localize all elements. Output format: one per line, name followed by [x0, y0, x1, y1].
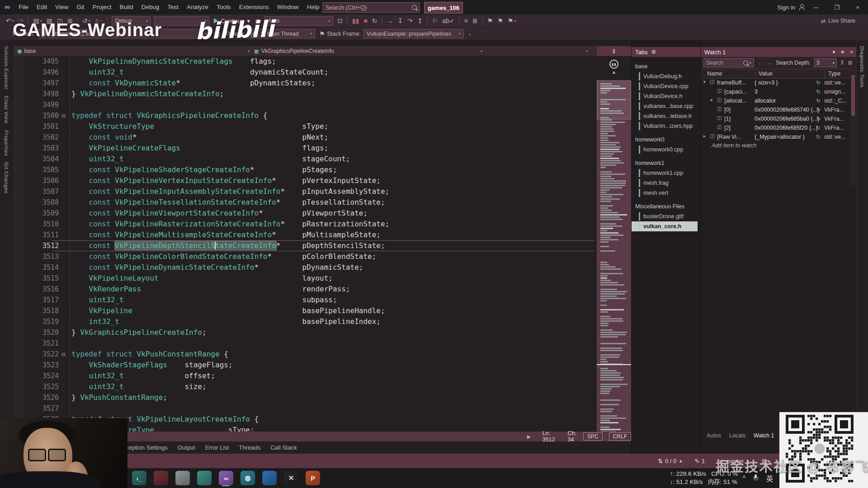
- code-line[interactable]: 3519 int32_t basePipelineIndex;: [14, 316, 597, 327]
- line-number[interactable]: 3508: [14, 197, 59, 208]
- open-file-item[interactable]: mesh.frag: [632, 178, 701, 188]
- open-file-item[interactable]: homework1.cpp: [632, 168, 701, 178]
- tab-watch1[interactable]: Watch 1: [750, 431, 778, 440]
- menu-debug[interactable]: Debug: [137, 0, 164, 14]
- watch-row[interactable]: ▸◫[allocat...allocator↻std::_C...: [701, 96, 850, 105]
- menu-build[interactable]: Build: [115, 0, 137, 14]
- code-line[interactable]: 3516 VkRenderPass renderPass;: [14, 284, 597, 295]
- refresh-icon[interactable]: ↻: [816, 123, 821, 132]
- gear-icon[interactable]: ⚙: [651, 49, 656, 55]
- watch-row[interactable]: ◫[capaci...3↻unsign...: [701, 87, 850, 96]
- search-prev-icon[interactable]: ←: [758, 60, 763, 66]
- sidebar-tab-git-changes[interactable]: Git Changes: [4, 162, 9, 193]
- code-line[interactable]: 3505 const VkPipelineShaderStageCreateIn…: [14, 164, 597, 175]
- tab-call-stack[interactable]: Call Stack: [265, 444, 302, 451]
- tab-locals[interactable]: Locals: [725, 431, 750, 440]
- code-line[interactable]: 3524 uint32_t offset;: [14, 371, 597, 381]
- watch-row[interactable]: ◫[2]0x00000206fe685f20 {...}↻VkFra...: [701, 123, 850, 132]
- step-over-icon[interactable]: ↷: [405, 16, 415, 26]
- column-type[interactable]: Type: [824, 69, 850, 78]
- menu-test[interactable]: Test: [163, 0, 183, 14]
- dark-app-icon[interactable]: ✕: [284, 471, 298, 485]
- code-line[interactable]: 3527: [14, 403, 597, 414]
- line-number[interactable]: 3500: [14, 110, 59, 121]
- minimap[interactable]: [597, 80, 631, 442]
- line-number[interactable]: 3527: [14, 403, 59, 414]
- pause-icon[interactable]: ▮▮: [350, 16, 361, 26]
- restore-button[interactable]: ❐: [826, 0, 847, 14]
- sidebar-tab-properties[interactable]: Properties: [4, 130, 9, 156]
- tab-autos[interactable]: Autos: [703, 431, 725, 440]
- code-text-area[interactable]: 3495 VkPipelineDynamicStateCreateFlags f…: [14, 56, 597, 432]
- bookmark-icon[interactable]: ⚑: [485, 16, 495, 26]
- menu-extensions[interactable]: Extensions: [235, 0, 273, 14]
- line-number[interactable]: 3520: [14, 327, 59, 338]
- code-line[interactable]: 3508 const VkPipelineTessellationStateCr…: [14, 197, 597, 208]
- line-number[interactable]: 3501: [14, 121, 59, 132]
- watch-row[interactable]: ▾◫frameBuff...{ size=3 }↻std::ve...: [701, 78, 850, 87]
- refresh-icon[interactable]: ↻: [816, 87, 821, 96]
- line-ending-button[interactable]: CRLF: [609, 432, 631, 441]
- bookmark-prev-icon[interactable]: ⚑: [495, 16, 505, 26]
- line-number[interactable]: 3504: [14, 154, 59, 164]
- code-line[interactable]: 3504 uint32_t stageCount;: [14, 154, 597, 164]
- files-app-icon[interactable]: [175, 471, 190, 485]
- watch-panel-header[interactable]: Watch 1 ▾ ✛ ×: [701, 47, 857, 57]
- search-next-icon[interactable]: →: [767, 60, 772, 66]
- refresh-icon[interactable]: ↻: [816, 105, 821, 114]
- attach-target-dropdown[interactable]: Auto▾: [264, 16, 333, 26]
- code-line[interactable]: 3512 const VkPipelineDepthStencilStateCr…: [14, 240, 597, 251]
- quick-search-input[interactable]: Search (Ctrl+Q): [322, 2, 420, 13]
- code-line[interactable]: 3526} VkPushConstantRange;: [14, 392, 597, 403]
- vscode-app-icon[interactable]: [262, 471, 277, 485]
- tray-expand-icon[interactable]: ^: [742, 474, 745, 482]
- chevron-down-icon[interactable]: ▾: [248, 49, 250, 53]
- line-number[interactable]: 3503: [14, 143, 59, 154]
- code-line[interactable]: 3510 const VkPipelineRasterizationStateC…: [14, 219, 597, 230]
- code-line[interactable]: 3507 const VkPipelineInputAssemblyStateC…: [14, 186, 597, 197]
- menu-file[interactable]: File: [14, 0, 33, 14]
- menu-project[interactable]: Project: [88, 0, 115, 14]
- code-line[interactable]: 3500⊟typedef struct VkGraphicsPipelineCr…: [14, 110, 597, 121]
- watch-pin-icon[interactable]: ⊼: [840, 60, 844, 66]
- code-line[interactable]: 3503 VkPipelineCreateFlags flags;: [14, 143, 597, 154]
- open-file-item[interactable]: vulkanex...lebase.h: [632, 111, 701, 121]
- line-number[interactable]: 3519: [14, 316, 59, 327]
- menu-edit[interactable]: Edit: [33, 0, 51, 14]
- preview-icon[interactable]: ⊡: [335, 16, 345, 26]
- line-number[interactable]: 3522: [14, 349, 59, 360]
- code-line[interactable]: 3521: [14, 338, 597, 349]
- menu-analyze[interactable]: Analyze: [183, 0, 212, 14]
- indent-icon[interactable]: ≡: [462, 16, 470, 26]
- line-number[interactable]: 3525: [14, 381, 59, 392]
- open-file-item[interactable]: vulkanex...base.cpp: [632, 101, 701, 111]
- space-mode-button[interactable]: SPC: [583, 432, 603, 441]
- watch-format-icon[interactable]: ⊞: [848, 60, 853, 66]
- scroll-up-arrow[interactable]: ▲: [597, 70, 631, 75]
- outdent-icon[interactable]: ≣: [470, 16, 480, 26]
- sync-commits-button[interactable]: ⇅ 0 / 0 ▲: [658, 458, 683, 465]
- pending-edits-button[interactable]: ✎ 1: [694, 458, 705, 465]
- open-file-item[interactable]: homework0.cpp: [632, 145, 701, 155]
- chevron-down-icon[interactable]: ▾: [481, 49, 482, 53]
- open-file-item[interactable]: VulkanDebug.h: [632, 71, 701, 81]
- watch-abc-icon[interactable]: ab✓: [440, 16, 457, 26]
- line-number[interactable]: 3526: [14, 392, 59, 403]
- sidebar-tab-class-view[interactable]: Class View: [4, 96, 9, 124]
- line-number[interactable]: 3498: [14, 89, 59, 99]
- visual-studio-app-icon[interactable]: ∞: [219, 471, 233, 485]
- refresh-icon[interactable]: ↻: [816, 114, 821, 123]
- tree-expander-icon[interactable]: ▸: [711, 98, 713, 102]
- sign-in-button[interactable]: Sign in: [777, 0, 805, 14]
- line-number[interactable]: 3521: [14, 338, 59, 349]
- search-depth-dropdown[interactable]: 3▾: [814, 58, 837, 67]
- code-line[interactable]: 3518 VkPipeline basePipelineHandle;: [14, 305, 597, 316]
- open-file-item[interactable]: vulkan_core.h: [632, 221, 698, 231]
- code-line[interactable]: 3515 VkPipelineLayout layout;: [14, 273, 597, 284]
- tabs-panel-header[interactable]: Tabs⚙: [632, 47, 701, 57]
- toolbar-overflow-icon[interactable]: ⌄: [466, 29, 474, 39]
- code-line[interactable]: 3499: [14, 99, 597, 110]
- project-name-button[interactable]: games_106: [424, 2, 463, 14]
- tab-diagnostic-tools[interactable]: Diagnostic Tools: [859, 46, 865, 88]
- refresh-icon[interactable]: ↻: [816, 96, 821, 105]
